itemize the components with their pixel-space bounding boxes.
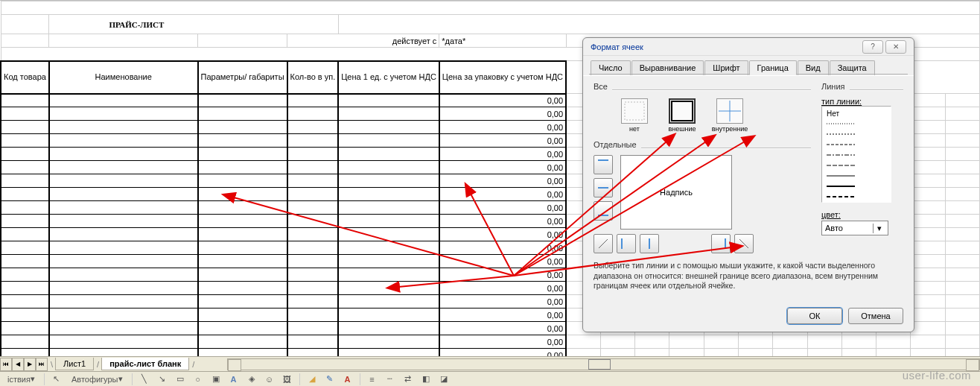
3d-icon[interactable]: ◪ [436,373,451,386]
col-header-name: Наименование [49,61,198,94]
cell-price-pack[interactable]: 0,00 [439,121,566,134]
hint-text: Выберите тип линии и с помощью мыши укаж… [594,261,903,291]
cell-price-pack[interactable]: 0,00 [439,335,566,349]
border-hmid-button[interactable] [594,178,613,197]
col-header-code: Код товара [1,61,49,94]
color-select[interactable]: Авто ▾ [821,221,888,235]
cell-price-pack[interactable]: 0,00 [439,255,566,268]
cell-price-pack[interactable]: 0,00 [439,201,566,215]
drawing-toolbar: іствия ▾ ↖ Автофигуры ▾ ╲ ↘ ▭ ○ ▣ A ◈ ☺ … [0,371,980,386]
arrow-icon[interactable]: ↘ [155,373,170,386]
effective-label: действует с [287,34,439,48]
dialog-titlebar[interactable]: Формат ячеек ? ✕ [583,38,914,56]
shadow-icon[interactable]: ◧ [419,373,433,386]
page-title: ПРАЙС-ЛИСТ [49,15,338,34]
dialog-title: Формат ячеек [591,42,860,51]
sheet-tabs-bar: ⏮ ◀ ▶ ⏭ \ Лист1 / прайс-лист бланк / [0,356,980,371]
preset-none-icon [621,98,648,124]
border-diag1-button[interactable] [594,234,613,253]
tab-nav-next[interactable]: ▶ [24,358,36,371]
border-diag2-button[interactable] [734,234,754,253]
cell-price-pack[interactable]: 0,00 [439,148,566,161]
cell-price-pack[interactable]: 0,00 [439,309,566,322]
col-header-price-pack: Цена за упаковку с учетом НДС [439,61,566,94]
actions-dropdown[interactable]: іствия ▾ [3,373,39,386]
line-color-icon[interactable]: ✎ [322,373,337,386]
sheet-tab-2[interactable]: прайс-лист бланк [101,358,189,370]
cancel-button[interactable]: Отмена [848,308,903,324]
tab-fill[interactable]: Вид [798,60,829,75]
cell-price-pack[interactable]: 0,00 [439,349,566,357]
cell-price-pack[interactable]: 0,00 [439,94,566,107]
svg-rect-0 [625,102,644,120]
textbox-icon[interactable]: ▣ [209,373,223,386]
rectangle-icon[interactable]: ▭ [173,373,188,386]
preset-inner[interactable]: внутренние [713,98,747,133]
presets-group-label: Все [594,82,608,91]
tab-number[interactable]: Число [591,60,631,75]
tab-alignment[interactable]: Выравнивание [631,60,704,75]
border-right-button[interactable] [711,234,731,253]
tab-nav-first[interactable]: ⏮ [0,358,12,371]
linestyle-none[interactable]: Нет [824,108,889,118]
effective-value: *дата* [439,34,566,48]
svg-rect-1 [672,101,693,121]
line-style-list[interactable]: Нет [821,106,891,203]
cell-price-pack[interactable]: 0,00 [439,295,566,309]
chevron-down-icon: ▾ [873,224,885,233]
cell-price-pack[interactable]: 0,00 [439,228,566,241]
pointer-icon[interactable]: ↖ [49,373,64,386]
tab-nav-last[interactable]: ⏭ [36,358,48,371]
preset-outer-icon [669,98,696,124]
horizontal-scrollbar[interactable] [227,358,980,370]
cell-price-pack[interactable]: 0,00 [439,322,566,335]
preset-outer[interactable]: внешние [665,98,699,133]
picture-icon[interactable]: 🖼 [280,373,295,386]
line-group-label: Линия [821,82,845,91]
preset-inner-icon [716,98,743,124]
border-left-button[interactable] [617,234,636,253]
tab-nav-prev[interactable]: ◀ [12,358,24,371]
help-button[interactable]: ? [862,40,883,54]
tab-border[interactable]: Граница [749,60,797,75]
cell-price-pack[interactable]: 0,00 [439,134,566,148]
preset-none[interactable]: нет [617,98,652,133]
close-button[interactable]: ✕ [885,40,906,54]
cell-price-pack[interactable]: 0,00 [439,282,566,295]
border-bottom-button[interactable] [594,201,613,221]
cell-price-pack[interactable]: 0,00 [439,188,566,201]
table-row[interactable]: 0,00 [1,335,980,349]
cell-price-pack[interactable]: 0,00 [439,215,566,228]
col-header-qty: Кол-во в уп. [287,61,339,94]
diagram-icon[interactable]: ◈ [244,373,259,386]
individual-group-label: Отдельные [594,140,637,149]
ok-button[interactable]: ОК [787,308,842,324]
autoshapes-dropdown[interactable]: Автофигуры ▾ [67,373,127,386]
cell-price-pack[interactable]: 0,00 [439,241,566,255]
table-row[interactable]: 0,00 [1,349,980,357]
fill-color-icon[interactable]: ◢ [305,373,319,386]
clipart-icon[interactable]: ☺ [262,373,277,386]
font-color-icon[interactable]: A [340,373,355,386]
tab-font[interactable]: Шрифт [704,60,748,75]
border-vmid-button[interactable] [640,234,659,253]
tab-protection[interactable]: Защита [830,60,875,75]
oval-icon[interactable]: ○ [191,373,206,386]
svg-line-11 [739,239,748,248]
border-top-button[interactable] [594,155,613,174]
line-icon[interactable]: ╲ [137,373,152,386]
cell-price-pack[interactable]: 0,00 [439,161,566,174]
cell-price-pack[interactable]: 0,00 [439,174,566,188]
border-preview[interactable]: Надпись [620,155,732,230]
cell-price-pack[interactable]: 0,00 [439,268,566,282]
format-cells-dialog: Формат ячеек ? ✕ Число Выравнивание Шриф… [582,37,914,332]
arrow-style-icon[interactable]: ⇄ [401,373,416,386]
col-header-price: Цена 1 ед. с учетом НДС [338,61,439,94]
dash-style-icon[interactable]: ┄ [383,373,398,386]
line-weight-icon[interactable]: ≡ [365,373,380,386]
cell-price-pack[interactable]: 0,00 [439,107,566,121]
linetype-label: тип линии: [821,97,862,106]
scrollbar-thumb[interactable] [588,359,611,370]
sheet-tab-1[interactable]: Лист1 [55,358,94,370]
wordart-icon[interactable]: A [226,373,241,386]
